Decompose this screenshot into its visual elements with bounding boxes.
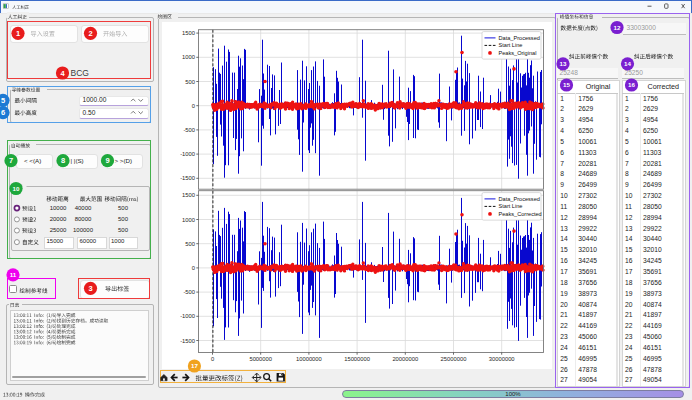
svg-text:9: 9 <box>105 156 109 165</box>
svg-text:500: 500 <box>185 79 195 85</box>
svg-text:1: 1 <box>16 29 20 38</box>
svg-text:5: 5 <box>1 96 5 105</box>
svg-text:500: 500 <box>185 241 195 247</box>
svg-text:-500: -500 <box>183 127 195 133</box>
svg-text:Peaks_Corrected: Peaks_Corrected <box>499 211 542 217</box>
svg-text:17: 17 <box>191 362 198 369</box>
svg-text:1000: 1000 <box>182 217 195 223</box>
svg-text:25000000: 25000000 <box>441 356 467 362</box>
svg-text:Start Line: Start Line <box>499 203 523 209</box>
svg-text:-1500: -1500 <box>180 338 195 344</box>
svg-text:1500: 1500 <box>182 30 195 36</box>
svg-text:Peaks_Original: Peaks_Original <box>499 50 537 56</box>
svg-text:-1500: -1500 <box>180 175 195 181</box>
svg-text:1500: 1500 <box>182 192 195 198</box>
svg-text:11: 11 <box>10 271 17 278</box>
svg-text:6: 6 <box>1 108 5 117</box>
svg-text:14: 14 <box>624 60 631 67</box>
svg-text:15000000: 15000000 <box>344 356 370 362</box>
svg-text:7: 7 <box>9 156 13 165</box>
svg-text:30000000: 30000000 <box>489 356 515 362</box>
svg-text:-1000: -1000 <box>180 313 195 319</box>
svg-text:10000000: 10000000 <box>296 356 322 362</box>
svg-text:1000: 1000 <box>182 54 195 60</box>
svg-text:13: 13 <box>560 60 567 67</box>
svg-text:12: 12 <box>614 24 621 31</box>
svg-text:-1000: -1000 <box>180 151 195 157</box>
svg-text:20000000: 20000000 <box>392 356 418 362</box>
svg-text:10: 10 <box>13 185 20 192</box>
svg-text:0: 0 <box>192 103 195 109</box>
svg-text:-500: -500 <box>183 289 195 295</box>
svg-text:0: 0 <box>192 265 195 271</box>
svg-text:Start Line: Start Line <box>499 42 523 48</box>
svg-text:3: 3 <box>88 284 92 293</box>
svg-text:0: 0 <box>211 356 214 362</box>
svg-text:8: 8 <box>61 156 65 165</box>
svg-text:Data_Processed: Data_Processed <box>499 196 540 202</box>
svg-text:Data_Processed: Data_Processed <box>499 35 540 41</box>
svg-text:16: 16 <box>628 81 635 88</box>
svg-text:15: 15 <box>563 81 570 88</box>
svg-text:2: 2 <box>88 29 92 38</box>
svg-text:5000000: 5000000 <box>249 356 272 362</box>
